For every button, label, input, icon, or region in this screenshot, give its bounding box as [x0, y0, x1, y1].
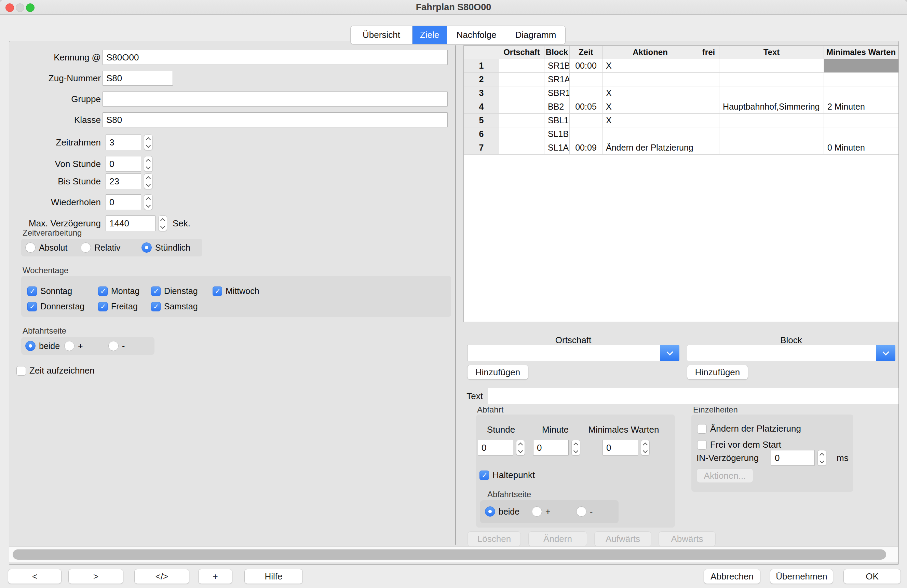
zug-nummer-input[interactable] [103, 71, 173, 86]
cell-zeit[interactable]: 00:05 [570, 100, 603, 114]
tab-nachfolge[interactable]: Nachfolge [447, 26, 506, 44]
header-ortschaft[interactable]: Ortschaft [499, 46, 545, 59]
minimales-warten-input[interactable] [603, 440, 638, 455]
cell-ortschaft[interactable] [499, 141, 545, 155]
abbrechen-button[interactable]: Abbrechen [703, 569, 760, 584]
prev-button[interactable]: < [8, 569, 61, 584]
hilfe-button[interactable]: Hilfe [244, 569, 303, 584]
add-button[interactable]: + [198, 569, 232, 584]
radio-abfahrt-plus[interactable]: + [532, 507, 551, 517]
cell-zeit[interactable] [570, 73, 603, 86]
cell-aktionen[interactable] [603, 127, 698, 141]
block-hinzufuegen-button[interactable]: Hinzufügen [687, 365, 748, 380]
cell-text[interactable] [720, 86, 824, 100]
radio-beide[interactable]: beide [25, 341, 60, 351]
cell-aktionen[interactable]: Ändern der Platzierung [603, 141, 698, 155]
header-block[interactable]: Block [545, 46, 570, 59]
tab-ziele[interactable]: Ziele [412, 26, 447, 44]
ok-button[interactable]: OK [843, 569, 901, 584]
stunde-input[interactable] [478, 440, 513, 455]
abwaerts-button[interactable]: Abwärts [659, 531, 716, 546]
cell-ortschaft[interactable] [499, 100, 545, 114]
cell-ortschaft[interactable] [499, 127, 545, 141]
cell-frei[interactable] [698, 141, 720, 155]
cell-warten[interactable]: 0 Minuten [824, 141, 899, 155]
aktionen-button[interactable]: Aktionen... [697, 468, 753, 483]
max-verzoegerung-input[interactable] [106, 216, 155, 231]
table-row[interactable]: 5 SBL1 X [464, 114, 899, 127]
checkbox-dienstag[interactable]: Dienstag [151, 286, 198, 296]
gruppe-input[interactable] [103, 91, 448, 107]
cell-aktionen[interactable]: X [603, 86, 698, 100]
cell-zeit[interactable] [570, 114, 603, 127]
ziele-table[interactable]: Ortschaft Block Zeit Aktionen frei Text … [463, 45, 899, 322]
cell-num[interactable]: 5 [464, 114, 499, 127]
radio-minus[interactable]: - [108, 341, 125, 351]
pane-splitter[interactable] [455, 45, 456, 545]
radio-abfahrt-beide[interactable]: beide [485, 507, 519, 517]
cell-ortschaft[interactable] [499, 86, 545, 100]
minute-stepper[interactable] [571, 440, 580, 455]
checkbox-haltepunkt[interactable]: Haltepunkt [479, 470, 535, 481]
wiederholen-input[interactable] [106, 194, 141, 210]
cell-zeit[interactable]: 00:09 [570, 141, 603, 155]
ortschaft-combobox[interactable] [467, 345, 679, 361]
horizontal-scrollbar[interactable] [9, 546, 898, 562]
cell-ortschaft[interactable] [499, 73, 545, 86]
cell-frei[interactable] [698, 114, 720, 127]
chevron-down-icon[interactable] [660, 345, 679, 361]
wiederholen-stepper[interactable] [144, 194, 153, 210]
text-input[interactable] [488, 388, 899, 404]
zeitrahmen-stepper[interactable] [144, 134, 153, 150]
cell-warten[interactable] [824, 127, 899, 141]
cell-warten-selected[interactable] [824, 59, 899, 73]
code-button[interactable]: </> [134, 569, 189, 584]
cell-text[interactable]: Hauptbahnhof,Simmering [720, 100, 824, 114]
kennung-input[interactable] [103, 50, 448, 65]
chevron-down-icon[interactable] [876, 345, 896, 361]
next-button[interactable]: > [68, 569, 123, 584]
minimales-warten-stepper[interactable] [641, 440, 650, 455]
checkbox-donnerstag[interactable]: Donnerstag [27, 302, 84, 312]
cell-text[interactable] [720, 59, 824, 73]
cell-frei[interactable] [698, 59, 720, 73]
cell-block[interactable]: SL1A [545, 141, 570, 155]
header-zeit[interactable]: Zeit [570, 46, 603, 59]
cell-warten[interactable] [824, 73, 899, 86]
cell-aktionen[interactable]: X [603, 100, 698, 114]
header-text[interactable]: Text [720, 46, 824, 59]
header-frei[interactable]: frei [698, 46, 720, 59]
cell-num[interactable]: 4 [464, 100, 499, 114]
radio-plus[interactable]: + [64, 341, 83, 351]
cell-aktionen[interactable]: X [603, 114, 698, 127]
cell-frei[interactable] [698, 100, 720, 114]
tab-diagramm[interactable]: Diagramm [506, 26, 565, 44]
checkbox-freitag[interactable]: Freitag [98, 302, 138, 312]
cell-warten[interactable] [824, 114, 899, 127]
checkbox-montag[interactable]: Montag [98, 286, 139, 296]
checkbox-mittwoch[interactable]: Mittwoch [213, 286, 260, 296]
cell-warten[interactable]: 2 Minuten [824, 100, 899, 114]
cell-ortschaft[interactable] [499, 114, 545, 127]
loeschen-button[interactable]: Löschen [468, 531, 521, 546]
cell-num[interactable]: 6 [464, 127, 499, 141]
checkbox-sonntag[interactable]: Sonntag [27, 286, 72, 296]
horizontal-scrollbar-thumb[interactable] [13, 550, 886, 560]
cell-aktionen[interactable]: X [603, 59, 698, 73]
bis-stunde-input[interactable] [106, 173, 141, 189]
von-stunde-stepper[interactable] [144, 156, 153, 172]
cell-frei[interactable] [698, 127, 720, 141]
in-verzoegerung-stepper[interactable] [817, 450, 826, 466]
checkbox-zeit-aufzeichnen[interactable]: Zeit aufzeichnen [16, 365, 95, 376]
klasse-input[interactable] [103, 112, 448, 127]
cell-text[interactable] [720, 127, 824, 141]
header-aktionen[interactable]: Aktionen [603, 46, 698, 59]
header-minimales-warten[interactable]: Minimales Warten [824, 46, 899, 59]
checkbox-frei-vor-start[interactable]: Frei vor dem Start [697, 439, 781, 450]
cell-frei[interactable] [698, 73, 720, 86]
max-verzoegerung-stepper[interactable] [158, 216, 167, 231]
cell-block[interactable]: SBL1 [545, 114, 570, 127]
cell-num[interactable]: 7 [464, 141, 499, 155]
tab-uebersicht[interactable]: Übersicht [351, 26, 412, 44]
cell-num[interactable]: 2 [464, 73, 499, 86]
